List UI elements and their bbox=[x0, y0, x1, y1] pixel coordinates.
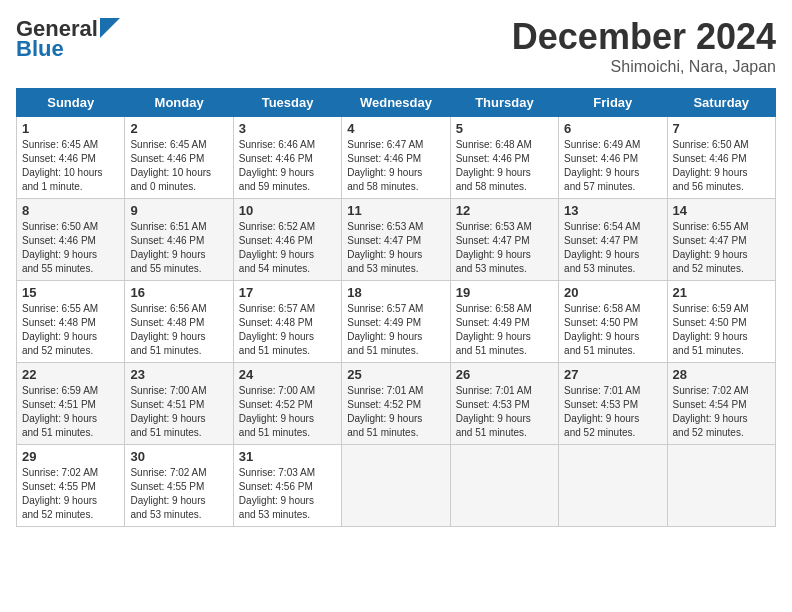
day-number: 22 bbox=[22, 367, 119, 382]
day-info: Sunrise: 6:57 AM Sunset: 4:49 PM Dayligh… bbox=[347, 302, 444, 358]
calendar-cell: 12Sunrise: 6:53 AM Sunset: 4:47 PM Dayli… bbox=[450, 199, 558, 281]
calendar-cell bbox=[342, 445, 450, 527]
calendar-cell: 2Sunrise: 6:45 AM Sunset: 4:46 PM Daylig… bbox=[125, 117, 233, 199]
day-number: 26 bbox=[456, 367, 553, 382]
day-number: 25 bbox=[347, 367, 444, 382]
day-number: 7 bbox=[673, 121, 770, 136]
day-info: Sunrise: 6:46 AM Sunset: 4:46 PM Dayligh… bbox=[239, 138, 336, 194]
calendar-cell: 21Sunrise: 6:59 AM Sunset: 4:50 PM Dayli… bbox=[667, 281, 775, 363]
col-header-saturday: Saturday bbox=[667, 89, 775, 117]
day-info: Sunrise: 6:55 AM Sunset: 4:48 PM Dayligh… bbox=[22, 302, 119, 358]
day-number: 12 bbox=[456, 203, 553, 218]
calendar-title-block: December 2024 Shimoichi, Nara, Japan bbox=[512, 16, 776, 76]
day-info: Sunrise: 7:02 AM Sunset: 4:55 PM Dayligh… bbox=[22, 466, 119, 522]
day-number: 18 bbox=[347, 285, 444, 300]
day-number: 24 bbox=[239, 367, 336, 382]
calendar-cell: 7Sunrise: 6:50 AM Sunset: 4:46 PM Daylig… bbox=[667, 117, 775, 199]
page-header: General Blue December 2024 Shimoichi, Na… bbox=[16, 16, 776, 76]
calendar-cell: 6Sunrise: 6:49 AM Sunset: 4:46 PM Daylig… bbox=[559, 117, 667, 199]
day-info: Sunrise: 6:54 AM Sunset: 4:47 PM Dayligh… bbox=[564, 220, 661, 276]
calendar-cell: 5Sunrise: 6:48 AM Sunset: 4:46 PM Daylig… bbox=[450, 117, 558, 199]
calendar-cell: 14Sunrise: 6:55 AM Sunset: 4:47 PM Dayli… bbox=[667, 199, 775, 281]
calendar-cell: 15Sunrise: 6:55 AM Sunset: 4:48 PM Dayli… bbox=[17, 281, 125, 363]
calendar-cell: 20Sunrise: 6:58 AM Sunset: 4:50 PM Dayli… bbox=[559, 281, 667, 363]
calendar-cell: 23Sunrise: 7:00 AM Sunset: 4:51 PM Dayli… bbox=[125, 363, 233, 445]
calendar-cell: 10Sunrise: 6:52 AM Sunset: 4:46 PM Dayli… bbox=[233, 199, 341, 281]
day-info: Sunrise: 6:53 AM Sunset: 4:47 PM Dayligh… bbox=[456, 220, 553, 276]
day-info: Sunrise: 7:01 AM Sunset: 4:53 PM Dayligh… bbox=[564, 384, 661, 440]
day-info: Sunrise: 6:45 AM Sunset: 4:46 PM Dayligh… bbox=[130, 138, 227, 194]
day-number: 20 bbox=[564, 285, 661, 300]
col-header-tuesday: Tuesday bbox=[233, 89, 341, 117]
day-number: 15 bbox=[22, 285, 119, 300]
day-info: Sunrise: 7:02 AM Sunset: 4:54 PM Dayligh… bbox=[673, 384, 770, 440]
calendar-cell: 18Sunrise: 6:57 AM Sunset: 4:49 PM Dayli… bbox=[342, 281, 450, 363]
day-info: Sunrise: 7:02 AM Sunset: 4:55 PM Dayligh… bbox=[130, 466, 227, 522]
day-number: 5 bbox=[456, 121, 553, 136]
calendar-cell: 26Sunrise: 7:01 AM Sunset: 4:53 PM Dayli… bbox=[450, 363, 558, 445]
day-info: Sunrise: 7:01 AM Sunset: 4:53 PM Dayligh… bbox=[456, 384, 553, 440]
col-header-sunday: Sunday bbox=[17, 89, 125, 117]
day-info: Sunrise: 6:50 AM Sunset: 4:46 PM Dayligh… bbox=[673, 138, 770, 194]
day-number: 6 bbox=[564, 121, 661, 136]
calendar-cell: 24Sunrise: 7:00 AM Sunset: 4:52 PM Dayli… bbox=[233, 363, 341, 445]
day-info: Sunrise: 6:59 AM Sunset: 4:50 PM Dayligh… bbox=[673, 302, 770, 358]
day-number: 31 bbox=[239, 449, 336, 464]
day-number: 27 bbox=[564, 367, 661, 382]
calendar-cell: 4Sunrise: 6:47 AM Sunset: 4:46 PM Daylig… bbox=[342, 117, 450, 199]
calendar-cell: 28Sunrise: 7:02 AM Sunset: 4:54 PM Dayli… bbox=[667, 363, 775, 445]
day-info: Sunrise: 6:59 AM Sunset: 4:51 PM Dayligh… bbox=[22, 384, 119, 440]
day-number: 19 bbox=[456, 285, 553, 300]
col-header-monday: Monday bbox=[125, 89, 233, 117]
calendar-cell bbox=[450, 445, 558, 527]
day-info: Sunrise: 7:03 AM Sunset: 4:56 PM Dayligh… bbox=[239, 466, 336, 522]
day-number: 23 bbox=[130, 367, 227, 382]
day-number: 9 bbox=[130, 203, 227, 218]
calendar-cell: 29Sunrise: 7:02 AM Sunset: 4:55 PM Dayli… bbox=[17, 445, 125, 527]
day-number: 17 bbox=[239, 285, 336, 300]
day-info: Sunrise: 6:52 AM Sunset: 4:46 PM Dayligh… bbox=[239, 220, 336, 276]
col-header-thursday: Thursday bbox=[450, 89, 558, 117]
day-info: Sunrise: 6:55 AM Sunset: 4:47 PM Dayligh… bbox=[673, 220, 770, 276]
day-number: 30 bbox=[130, 449, 227, 464]
day-number: 11 bbox=[347, 203, 444, 218]
day-info: Sunrise: 6:58 AM Sunset: 4:50 PM Dayligh… bbox=[564, 302, 661, 358]
calendar-location: Shimoichi, Nara, Japan bbox=[512, 58, 776, 76]
day-info: Sunrise: 7:01 AM Sunset: 4:52 PM Dayligh… bbox=[347, 384, 444, 440]
day-info: Sunrise: 6:58 AM Sunset: 4:49 PM Dayligh… bbox=[456, 302, 553, 358]
day-info: Sunrise: 6:48 AM Sunset: 4:46 PM Dayligh… bbox=[456, 138, 553, 194]
calendar-cell: 30Sunrise: 7:02 AM Sunset: 4:55 PM Dayli… bbox=[125, 445, 233, 527]
calendar-cell: 9Sunrise: 6:51 AM Sunset: 4:46 PM Daylig… bbox=[125, 199, 233, 281]
col-header-wednesday: Wednesday bbox=[342, 89, 450, 117]
day-info: Sunrise: 6:47 AM Sunset: 4:46 PM Dayligh… bbox=[347, 138, 444, 194]
day-info: Sunrise: 6:49 AM Sunset: 4:46 PM Dayligh… bbox=[564, 138, 661, 194]
logo: General Blue bbox=[16, 16, 120, 62]
calendar-cell: 16Sunrise: 6:56 AM Sunset: 4:48 PM Dayli… bbox=[125, 281, 233, 363]
day-number: 14 bbox=[673, 203, 770, 218]
calendar-cell bbox=[667, 445, 775, 527]
day-info: Sunrise: 7:00 AM Sunset: 4:51 PM Dayligh… bbox=[130, 384, 227, 440]
calendar-cell: 19Sunrise: 6:58 AM Sunset: 4:49 PM Dayli… bbox=[450, 281, 558, 363]
day-number: 8 bbox=[22, 203, 119, 218]
svg-marker-0 bbox=[100, 18, 120, 38]
col-header-friday: Friday bbox=[559, 89, 667, 117]
day-info: Sunrise: 6:51 AM Sunset: 4:46 PM Dayligh… bbox=[130, 220, 227, 276]
day-info: Sunrise: 6:50 AM Sunset: 4:46 PM Dayligh… bbox=[22, 220, 119, 276]
day-number: 3 bbox=[239, 121, 336, 136]
day-number: 2 bbox=[130, 121, 227, 136]
day-info: Sunrise: 6:53 AM Sunset: 4:47 PM Dayligh… bbox=[347, 220, 444, 276]
calendar-cell: 22Sunrise: 6:59 AM Sunset: 4:51 PM Dayli… bbox=[17, 363, 125, 445]
calendar-cell: 3Sunrise: 6:46 AM Sunset: 4:46 PM Daylig… bbox=[233, 117, 341, 199]
calendar-cell: 8Sunrise: 6:50 AM Sunset: 4:46 PM Daylig… bbox=[17, 199, 125, 281]
calendar-cell: 13Sunrise: 6:54 AM Sunset: 4:47 PM Dayli… bbox=[559, 199, 667, 281]
day-number: 4 bbox=[347, 121, 444, 136]
day-info: Sunrise: 7:00 AM Sunset: 4:52 PM Dayligh… bbox=[239, 384, 336, 440]
day-number: 28 bbox=[673, 367, 770, 382]
calendar-cell bbox=[559, 445, 667, 527]
calendar-cell: 17Sunrise: 6:57 AM Sunset: 4:48 PM Dayli… bbox=[233, 281, 341, 363]
calendar-cell: 31Sunrise: 7:03 AM Sunset: 4:56 PM Dayli… bbox=[233, 445, 341, 527]
calendar-table: SundayMondayTuesdayWednesdayThursdayFrid… bbox=[16, 88, 776, 527]
day-number: 13 bbox=[564, 203, 661, 218]
calendar-cell: 1Sunrise: 6:45 AM Sunset: 4:46 PM Daylig… bbox=[17, 117, 125, 199]
logo-arrow-icon bbox=[100, 18, 120, 38]
